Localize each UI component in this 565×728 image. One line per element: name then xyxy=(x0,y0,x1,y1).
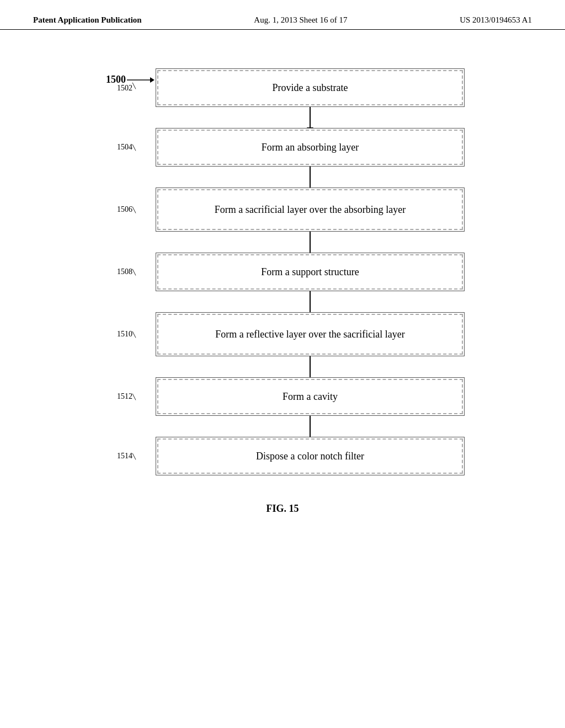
step-1502: 1502╲ Provide a substrate xyxy=(156,68,465,107)
sheet-info: Aug. 1, 2013 Sheet 16 of 17 xyxy=(254,15,347,25)
step-label-1502: 1502╲ xyxy=(117,83,136,93)
step-box-1506: Form a sacrificial layer over the absorb… xyxy=(156,188,465,232)
step-1512: 1512╲ Form a cavity xyxy=(156,377,465,416)
step-1510: 1510╲ Form a reflective layer over the s… xyxy=(156,312,465,356)
step-1508: 1508╲ Form a support structure xyxy=(156,253,465,291)
arrow-2 xyxy=(310,167,311,188)
page-header: Patent Application Publication Aug. 1, 2… xyxy=(0,0,565,30)
patent-number: US 2013/0194653 A1 xyxy=(460,15,532,25)
figure-label: FIG. 15 xyxy=(266,503,299,515)
step-1504: 1504╲ Form an absorbing layer xyxy=(156,128,465,167)
arrow-6 xyxy=(310,416,311,437)
step-1506: 1506╲ Form a sacrificial layer over the … xyxy=(156,188,465,232)
step-label-1510: 1510╲ xyxy=(117,330,136,339)
arrow-3 xyxy=(310,232,311,253)
main-content: 1500 1502╲ Provide a substrate xyxy=(0,30,565,515)
step-label-1512: 1512╲ xyxy=(117,392,136,401)
svg-marker-1 xyxy=(150,77,154,83)
step-box-1510: Form a reflective layer over the sacrifi… xyxy=(156,312,465,356)
step-label-1504: 1504╲ xyxy=(117,143,136,152)
arrow-5 xyxy=(310,356,311,377)
step-label-1506: 1506╲ xyxy=(117,205,136,214)
step-box-1504: Form an absorbing layer xyxy=(156,128,465,167)
step-box-1512: Form a cavity xyxy=(156,377,465,416)
step-box-1514: Dispose a color notch filter xyxy=(156,437,465,475)
step-1514: 1514╲ Dispose a color notch filter xyxy=(156,437,465,475)
publication-label: Patent Application Publication xyxy=(33,15,142,25)
arrow-1 xyxy=(310,107,311,128)
diagram-container: 1500 1502╲ Provide a substrate xyxy=(100,63,465,475)
step-label-1514: 1514╲ xyxy=(117,452,136,461)
step-label-1508: 1508╲ xyxy=(117,267,136,276)
arrow-4 xyxy=(310,291,311,312)
step-box-1502: Provide a substrate xyxy=(156,68,465,107)
step-box-1508: Form a support structure xyxy=(156,253,465,291)
flowchart: 1502╲ Provide a substrate 1504╲ Form an … xyxy=(156,63,465,475)
